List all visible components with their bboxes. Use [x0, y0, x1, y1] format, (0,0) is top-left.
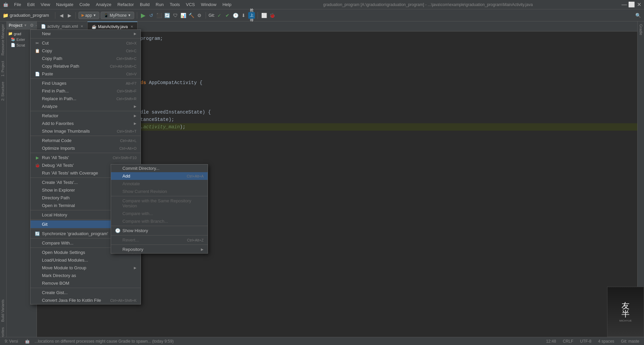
menu-tools[interactable]: Tools — [167, 1, 182, 8]
ctx-image-thumbnails[interactable]: Show Image Thumbnails Ctrl+Shift+T — [31, 127, 141, 135]
menu-navigate[interactable]: Navigate — [53, 1, 76, 8]
sub-sep-3 — [111, 235, 208, 235]
ctx-optimize-imports[interactable]: Optimize Imports Ctrl+Alt+O — [31, 144, 141, 152]
git-commit-dir[interactable]: Commit Directory... — [111, 164, 208, 172]
git-annotate: Annotate — [111, 180, 208, 188]
tab-close-xml[interactable]: ✕ — [80, 24, 83, 28]
resource-manager-panel[interactable]: Resource Manager — [0, 21, 6, 58]
ctx-analyze[interactable]: Analyze — [31, 102, 141, 110]
menu-analyze[interactable]: Analyze — [93, 1, 114, 8]
toolbar-separator-3 — [137, 12, 137, 19]
maximize-button[interactable]: ⬜ — [629, 2, 634, 7]
ctx-create-gist[interactable]: Create Gist... — [31, 289, 141, 296]
project-settings-icon[interactable]: ⚙ — [30, 23, 34, 28]
build-button[interactable]: 🔨 — [188, 12, 195, 19]
stop-button[interactable]: ⬛ — [156, 12, 163, 19]
menu-view[interactable]: View — [38, 1, 53, 8]
search-button[interactable]: 🔍 — [635, 12, 641, 19]
ctx-mark-dir[interactable]: Mark Directory as — [31, 272, 141, 279]
status-bar: 9: Versi 🤖 ...locations on different pro… — [0, 337, 644, 345]
status-indent[interactable]: 4 spaces — [596, 339, 616, 344]
rerun-button[interactable]: ↺ — [148, 12, 155, 19]
menu-edit[interactable]: Edit — [24, 1, 37, 8]
status-version[interactable]: 9: Versi — [3, 339, 20, 344]
run-tests-icon: ▶ — [35, 155, 40, 160]
gradle-panel-tab[interactable]: Gradle — [638, 21, 644, 38]
menu-file[interactable]: File — [11, 1, 24, 8]
menu-vcs[interactable]: VCS — [183, 1, 198, 8]
git-update-button[interactable]: ⬇ — [240, 12, 247, 19]
git-push-button[interactable]: 抢上传 — [248, 12, 255, 19]
git-repository[interactable]: Repository ▶ — [111, 246, 208, 253]
ctx-replace-in-path[interactable]: Replace in Path... Ctrl+Shift+R — [31, 95, 141, 102]
ctx-load-modules[interactable]: Load/Unload Modules... — [31, 256, 141, 264]
status-line-sep[interactable]: CRLF — [561, 339, 575, 344]
coverage-button[interactable]: 🛡 — [172, 12, 179, 19]
ctx-convert-kotlin[interactable]: Convert Java File to Kotlin File Ctrl+Al… — [31, 296, 141, 304]
git-revert: Revert... Ctrl+Alt+Z — [111, 236, 208, 244]
minimize-button[interactable]: — — [622, 2, 627, 7]
git-check-button[interactable]: ✓ — [216, 12, 223, 19]
menu-run[interactable]: Run — [153, 1, 166, 8]
ctx-cut[interactable]: ✂ Cut Ctrl+X — [31, 39, 141, 47]
terminal-button[interactable]: ⬜ — [261, 12, 267, 19]
app-dropdown[interactable]: ▶ app ▼ — [78, 12, 99, 19]
ctx-remove-bom[interactable]: Remove BOM — [31, 279, 141, 287]
git-history-button[interactable]: 🕐 — [232, 12, 239, 19]
paste-icon: 📄 — [35, 72, 40, 76]
device-dropdown[interactable]: 📱 MyPhone ▼ — [101, 12, 134, 19]
ctx-run-tests[interactable]: ▶ Run 'All Tests' Ctrl+Shift+F10 — [31, 154, 141, 161]
ctx-refactor[interactable]: Refactor — [31, 112, 141, 120]
menu-help[interactable]: Help — [220, 1, 234, 8]
git-compare-same: Compare with the Same Repository Version — [111, 197, 208, 210]
project-header: Project ▼ ⚙ — — [7, 21, 37, 29]
run-button[interactable]: ▶ — [140, 12, 147, 19]
ctx-move-module[interactable]: Move Module to Group — [31, 264, 141, 272]
window-controls: — ⬜ ✕ — [622, 2, 641, 7]
status-git[interactable]: Git: maste — [619, 339, 641, 344]
ctx-copy[interactable]: 📋 Copy Ctrl+C — [31, 47, 141, 55]
git-show-history[interactable]: 🕐 Show History — [111, 227, 208, 234]
menu-code[interactable]: Code — [77, 1, 93, 8]
ctx-find-usages[interactable]: Find Usages Alt+F7 — [31, 79, 141, 87]
toolbar-separator-2 — [75, 12, 76, 19]
close-button[interactable]: ✕ — [637, 2, 641, 7]
project-panel-tab[interactable]: 1: Project — [0, 58, 6, 79]
ext-libs-icon: 📚 — [11, 37, 15, 42]
ctx-reformat[interactable]: Reformat Code Ctrl+Alt+L — [31, 137, 141, 144]
menu-window[interactable]: Window — [198, 1, 219, 8]
ctx-paste[interactable]: 📄 Paste Ctrl+V — [31, 70, 141, 78]
ctx-new[interactable]: New — [31, 30, 141, 38]
ctx-sep-4 — [31, 136, 141, 136]
debug-button[interactable]: 🐞 — [269, 12, 275, 19]
ctx-sep-12 — [31, 288, 141, 288]
back-button[interactable]: ◀ — [58, 12, 65, 19]
ctx-find-in-path[interactable]: Find in Path... Ctrl+Shift+F — [31, 87, 141, 95]
project-name: 📁 graduation_program — [3, 13, 49, 18]
java-file-icon: ☕ — [92, 24, 97, 29]
settings-button[interactable]: ⚙ — [196, 12, 203, 19]
repository-arrow: ▶ — [201, 248, 204, 251]
app-logo: 🤖 — [3, 2, 9, 8]
avatar-overlay: 友 半 MICHYUE — [607, 287, 644, 337]
sync-icon: 🔄 — [35, 231, 40, 236]
ctx-copy-path[interactable]: Copy Path Ctrl+Shift+C — [31, 55, 141, 62]
android-studio-icon: 🤖 — [23, 339, 32, 344]
menubar: 🤖 File Edit View Navigate Code Analyze R… — [0, 0, 644, 9]
profile-button[interactable]: 📊 — [180, 12, 187, 19]
git-submenu: Commit Directory... Add Ctrl+Alt+A Annot… — [111, 164, 208, 254]
ctx-copy-rel-path[interactable]: Copy Relative Path Ctrl+Alt+Shift+C — [31, 62, 141, 70]
structure-panel-tab[interactable]: 2: Structure — [0, 79, 6, 104]
ctx-add-favorites[interactable]: Add to Favorites — [31, 120, 141, 127]
menu-refactor[interactable]: Refactor — [115, 1, 137, 8]
status-encoding[interactable]: UTF-8 — [578, 339, 593, 344]
ctx-sep-5 — [31, 153, 141, 153]
git-tick-button[interactable]: ✔ — [224, 12, 231, 19]
menu-build[interactable]: Build — [137, 1, 152, 8]
build-variants-panel[interactable]: Build Variants — [0, 297, 6, 325]
tab-close-java[interactable]: ✕ — [130, 25, 133, 28]
git-add[interactable]: Add Ctrl+Alt+A — [111, 172, 208, 180]
forward-button[interactable]: ▶ — [66, 12, 73, 19]
sync-button[interactable]: 🔄 — [164, 12, 171, 19]
git-label: Git: — [209, 13, 215, 18]
